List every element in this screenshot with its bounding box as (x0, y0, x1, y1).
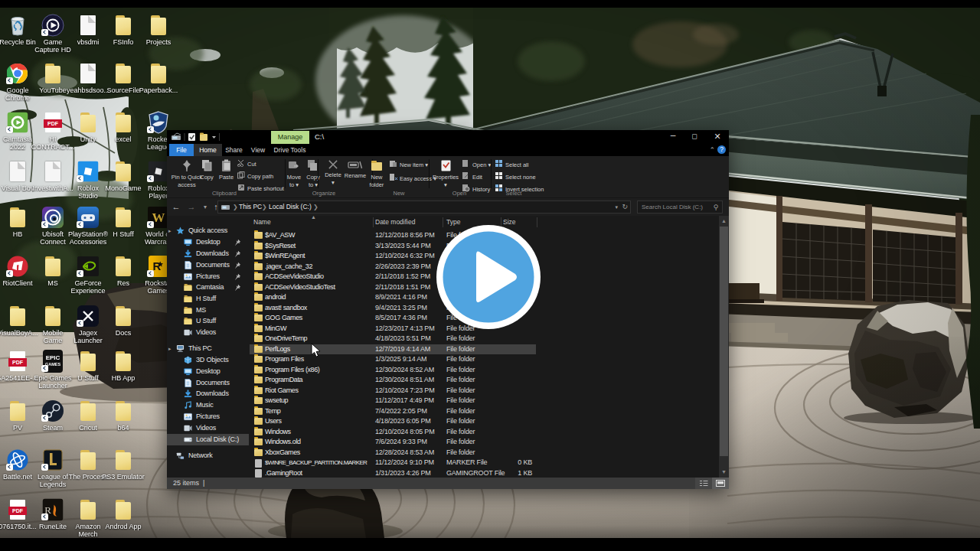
svg-text:EPIC: EPIC (46, 354, 60, 361)
svg-text:W: W (152, 210, 165, 225)
svg-text:R: R (153, 259, 162, 272)
